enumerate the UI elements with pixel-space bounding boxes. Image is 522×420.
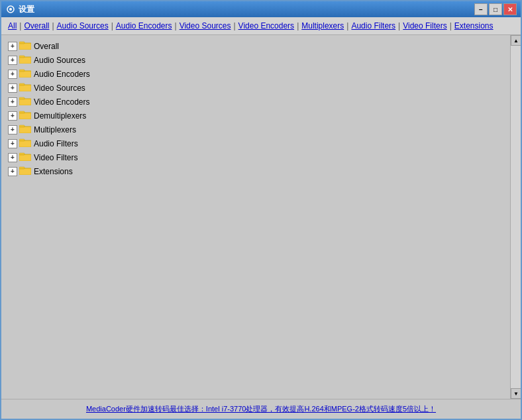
nav-link-overall[interactable]: Overall (24, 21, 49, 30)
nav-bar: All | Overall | Audio Sources | Audio En… (1, 17, 521, 35)
scroll-track (511, 46, 521, 388)
nav-link-video-sources[interactable]: Video Sources (180, 21, 231, 30)
nav-separator: | (19, 21, 21, 30)
svg-rect-18 (19, 111, 25, 113)
tree-item-label: Overall (34, 42, 59, 51)
nav-link-audio-filters[interactable]: Audio Filters (351, 21, 395, 30)
tree-item-label: Multiplexers (34, 125, 76, 134)
tree-expand-button[interactable]: + (8, 56, 17, 65)
svg-rect-17 (19, 113, 31, 119)
svg-rect-21 (19, 125, 25, 127)
svg-rect-30 (19, 167, 25, 169)
tree-item[interactable]: + Multiplexers (8, 123, 503, 136)
folder-icon (19, 166, 34, 177)
svg-rect-3 (19, 42, 25, 44)
main-body: + Overall+ Audio Sources+ Audio Encoders… (1, 35, 521, 399)
folder-icon (19, 138, 34, 149)
svg-rect-5 (19, 57, 31, 64)
content-area: + Overall+ Audio Sources+ Audio Encoders… (1, 35, 510, 399)
scroll-up-button[interactable]: ▲ (511, 35, 521, 46)
folder-icon (19, 68, 34, 79)
tree-item-label: Extensions (34, 167, 73, 176)
folder-icon (19, 110, 34, 121)
tree-expand-button[interactable]: + (8, 70, 17, 79)
svg-rect-15 (19, 97, 25, 99)
svg-rect-8 (19, 71, 31, 78)
nav-link-all[interactable]: All (8, 21, 17, 30)
tree-item[interactable]: + Audio Filters (8, 136, 503, 150)
tree-expand-button[interactable]: + (8, 111, 17, 121)
tree-item-label: Video Filters (34, 153, 78, 162)
tree-expand-button[interactable]: + (8, 139, 17, 148)
tree-item-label: Video Sources (34, 83, 85, 93)
maximize-button[interactable]: □ (489, 3, 502, 15)
svg-rect-29 (19, 168, 31, 175)
tree-expand-button[interactable]: + (8, 153, 17, 162)
svg-rect-12 (19, 83, 25, 85)
nav-separator: | (398, 21, 400, 30)
svg-point-1 (9, 8, 12, 11)
folder-icon (19, 96, 34, 107)
nav-link-audio-sources[interactable]: Audio Sources (57, 21, 109, 30)
nav-link-multiplexers[interactable]: Multiplexers (301, 21, 344, 30)
window-icon (5, 4, 16, 15)
svg-rect-20 (19, 127, 31, 133)
tree-item-label: Video Encoders (34, 97, 90, 107)
tree-item-label: Audio Encoders (34, 70, 90, 79)
nav-link-audio-encoders[interactable]: Audio Encoders (116, 21, 172, 30)
svg-rect-9 (19, 70, 25, 72)
scrollbar: ▲ ▼ (510, 35, 521, 399)
tree-item[interactable]: + Video Sources (8, 81, 503, 95)
window-title: 设置 (19, 4, 474, 15)
nav-separator: | (52, 21, 54, 30)
tree-item-label: Audio Filters (34, 139, 78, 148)
nav-separator: | (175, 21, 177, 30)
close-button[interactable]: ✕ (503, 3, 517, 15)
tree-expand-button[interactable]: + (8, 42, 17, 51)
folder-icon (19, 54, 34, 66)
nav-link-video-encoders[interactable]: Video Encoders (238, 21, 295, 30)
status-link[interactable]: MediaCoder硬件加速转码最佳选择：Intel i7-3770处理器，有效… (86, 404, 436, 414)
nav-separator: | (297, 21, 299, 30)
tree-item[interactable]: + Video Encoders (8, 95, 503, 109)
tree-expand-button[interactable]: + (8, 125, 17, 134)
status-bar: MediaCoder硬件加速转码最佳选择：Intel i7-3770处理器，有效… (1, 399, 521, 419)
title-bar: 设置 − □ ✕ (1, 1, 521, 17)
folder-icon (19, 82, 34, 93)
tree-expand-button[interactable]: + (8, 167, 17, 176)
folder-icon (19, 124, 34, 135)
tree-expand-button[interactable]: + (8, 83, 17, 93)
svg-rect-2 (19, 43, 31, 50)
svg-rect-14 (19, 99, 31, 105)
svg-rect-6 (19, 56, 25, 58)
folder-icon (19, 40, 34, 52)
nav-separator: | (346, 21, 348, 30)
tree-item[interactable]: + Audio Encoders (8, 67, 503, 81)
svg-rect-11 (19, 85, 31, 91)
tree-expand-button[interactable]: + (8, 97, 17, 107)
minimize-button[interactable]: − (474, 3, 488, 15)
tree-item[interactable]: + Demultiplexers (8, 109, 503, 123)
nav-separator: | (450, 21, 452, 30)
svg-rect-24 (19, 139, 25, 141)
scroll-down-button[interactable]: ▼ (511, 388, 521, 399)
svg-rect-27 (19, 153, 25, 155)
svg-rect-23 (19, 140, 31, 147)
main-window: 设置 − □ ✕ All | Overall | Audio Sources |… (0, 0, 522, 420)
nav-link-video-filters[interactable]: Video Filters (403, 21, 446, 30)
nav-separator: | (233, 21, 235, 30)
svg-rect-26 (19, 154, 31, 161)
nav-link-extensions[interactable]: Extensions (454, 21, 494, 30)
tree-item-label: Audio Sources (34, 56, 85, 65)
tree-item[interactable]: + Audio Sources (8, 53, 503, 67)
window-controls: − □ ✕ (474, 3, 517, 15)
nav-separator: | (111, 21, 113, 30)
tree-item[interactable]: + Video Filters (8, 150, 503, 164)
folder-icon (19, 152, 34, 163)
tree-item[interactable]: + Overall (8, 39, 503, 53)
tree-item-label: Demultiplexers (34, 111, 86, 121)
tree-item[interactable]: + Extensions (8, 164, 503, 178)
